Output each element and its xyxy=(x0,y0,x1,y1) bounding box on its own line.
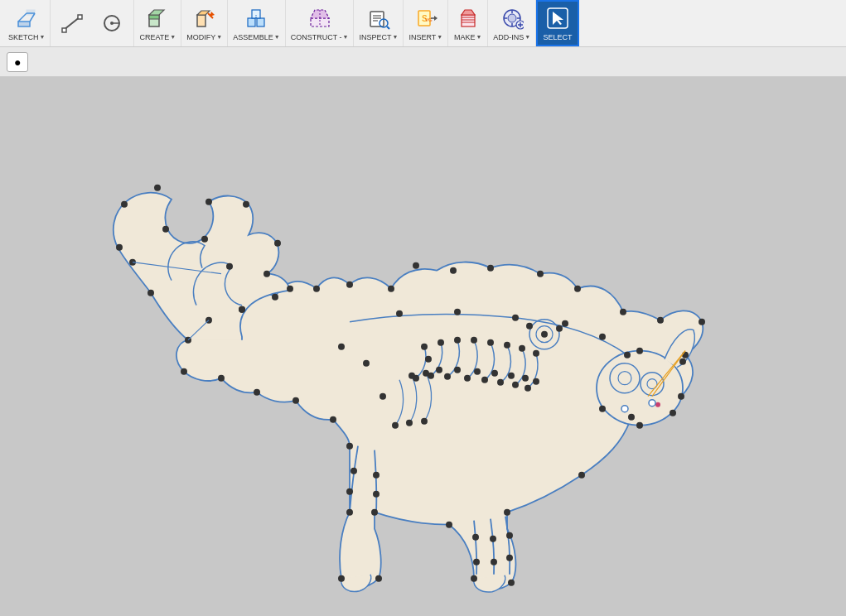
svg-rect-0 xyxy=(18,22,30,26)
svg-point-88 xyxy=(508,579,515,585)
svg-point-155 xyxy=(379,392,386,399)
svg-point-157 xyxy=(408,372,415,378)
sketch-icon xyxy=(13,5,40,31)
svg-point-127 xyxy=(522,374,529,381)
svg-point-160 xyxy=(421,417,428,424)
svg-point-118 xyxy=(474,368,481,374)
addins-icon xyxy=(499,5,525,31)
svg-point-63 xyxy=(154,184,161,190)
svg-point-144 xyxy=(346,488,353,494)
svg-point-142 xyxy=(670,409,676,416)
svg-point-82 xyxy=(346,508,353,515)
svg-point-97 xyxy=(574,285,581,291)
svg-point-141 xyxy=(599,405,606,411)
main-toolbar: SKETCH ▼ xyxy=(0,0,846,47)
sketch-line[interactable] xyxy=(52,7,92,40)
svg-point-104 xyxy=(313,285,320,291)
svg-point-87 xyxy=(471,575,477,581)
svg-point-102 xyxy=(388,285,394,291)
svg-marker-16 xyxy=(197,11,210,15)
svg-point-77 xyxy=(218,374,225,381)
svg-point-125 xyxy=(497,378,504,385)
toolbar-insert[interactable]: S VG INSERT ▼ xyxy=(404,0,448,46)
assemble-label: ASSEMBLE xyxy=(233,33,273,41)
svg-point-70 xyxy=(287,285,293,291)
svg-point-117 xyxy=(471,336,477,343)
toolbar-addins[interactable]: ADD-INS ▼ xyxy=(488,0,536,46)
svg-point-72 xyxy=(147,289,154,296)
svg-point-156 xyxy=(392,421,399,428)
inspect-label: INSPECT xyxy=(359,33,391,41)
svg-point-114 xyxy=(454,336,461,343)
svg-marker-14 xyxy=(149,10,164,15)
svg-point-95 xyxy=(657,316,664,323)
svg-point-129 xyxy=(533,349,539,356)
svg-rect-15 xyxy=(197,15,205,26)
svg-point-103 xyxy=(346,281,353,287)
svg-point-76 xyxy=(181,368,187,374)
toolbar-select[interactable]: SELECT xyxy=(536,0,579,46)
select-label: SELECT xyxy=(544,33,573,41)
svg-point-146 xyxy=(373,490,379,497)
svg-line-31 xyxy=(387,26,389,29)
svg-point-136 xyxy=(599,333,606,339)
svg-point-138 xyxy=(636,347,643,354)
svg-point-101 xyxy=(413,262,419,268)
cat-sketch xyxy=(68,114,714,598)
svg-rect-13 xyxy=(149,15,159,19)
inspect-icon xyxy=(365,5,392,31)
toolbar-inspect[interactable]: INSPECT ▼ xyxy=(354,0,404,46)
svg-point-145 xyxy=(373,471,379,478)
svg-point-92 xyxy=(678,392,684,399)
circle-icon xyxy=(99,10,125,36)
svg-marker-18 xyxy=(210,12,215,17)
svg-point-128 xyxy=(512,381,519,387)
svg-point-147 xyxy=(472,533,479,540)
create-icon xyxy=(144,5,171,31)
svg-point-130 xyxy=(533,378,539,384)
svg-point-85 xyxy=(371,508,378,515)
insert-label: INSERT xyxy=(408,33,436,41)
svg-point-139 xyxy=(679,358,686,364)
toolbar-create[interactable]: CREATE ▼ xyxy=(134,0,181,46)
svg-point-78 xyxy=(254,388,260,395)
svg-point-135 xyxy=(562,320,568,326)
sketch-circle[interactable] xyxy=(92,7,132,40)
addins-label: ADD-INS xyxy=(493,33,524,41)
svg-point-58 xyxy=(655,402,660,407)
toolbar-sketch[interactable]: SKETCH ▼ xyxy=(3,0,51,46)
svg-point-124 xyxy=(508,372,515,378)
svg-point-62 xyxy=(121,200,128,207)
svg-point-162 xyxy=(526,322,533,329)
toolbar-make[interactable]: MAKE ▼ xyxy=(448,0,488,46)
svg-point-69 xyxy=(263,270,270,277)
toolbar-assemble[interactable]: ASSEMBLE ▼ xyxy=(228,0,285,46)
create-label: CREATE xyxy=(139,33,169,41)
svg-point-64 xyxy=(205,198,212,205)
svg-point-79 xyxy=(292,397,299,403)
svg-point-116 xyxy=(444,373,451,379)
svg-point-65 xyxy=(162,225,169,232)
svg-rect-8 xyxy=(78,15,82,19)
svg-point-56 xyxy=(618,371,631,384)
svg-point-149 xyxy=(490,535,496,541)
svg-point-83 xyxy=(338,575,345,581)
toolbar-construct[interactable]: CONSTRUCT - ▼ xyxy=(286,0,355,46)
svg-point-154 xyxy=(363,359,370,366)
svg-rect-7 xyxy=(62,28,66,32)
svg-point-163 xyxy=(556,325,563,331)
line-icon xyxy=(59,10,85,36)
svg-point-148 xyxy=(473,558,480,565)
make-icon xyxy=(455,5,481,31)
svg-point-150 xyxy=(491,558,497,565)
modify-icon xyxy=(191,5,218,31)
svg-point-122 xyxy=(481,376,488,383)
toolbar-modify[interactable]: MODIFY ▼ xyxy=(181,0,228,46)
svg-rect-20 xyxy=(257,18,264,26)
svg-point-143 xyxy=(350,467,357,474)
svg-marker-36 xyxy=(434,16,438,21)
svg-point-140 xyxy=(636,421,643,428)
point-mode-button[interactable]: ● xyxy=(7,52,28,72)
svg-point-99 xyxy=(487,264,494,271)
svg-point-108 xyxy=(421,343,428,349)
